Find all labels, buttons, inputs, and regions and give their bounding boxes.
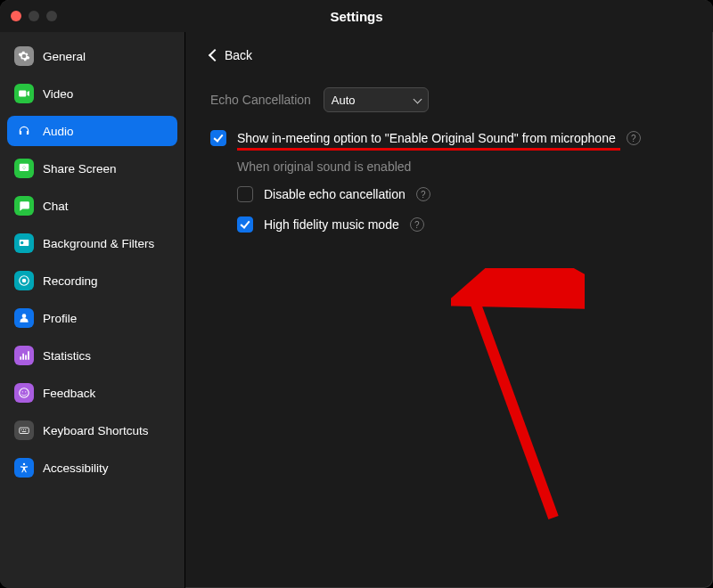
titlebar: Settings: [0, 0, 713, 32]
disable-echo-row: Disable echo cancellation ?: [237, 186, 688, 202]
svg-point-10: [25, 429, 26, 430]
sidebar-item-statistics[interactable]: Statistics: [7, 340, 177, 371]
svg-point-5: [22, 391, 23, 392]
headphones-icon: [14, 121, 34, 141]
share-icon: [14, 159, 34, 178]
echo-cancellation-dropdown[interactable]: Auto: [324, 87, 429, 112]
sidebar-item-label: Keyboard Shortcuts: [43, 424, 149, 437]
sidebar-item-label: Audio: [43, 125, 74, 138]
high-fidelity-row: High fidelity music mode ?: [237, 216, 688, 233]
back-label: Back: [225, 48, 252, 62]
sidebar-item-label: Share Screen: [43, 162, 117, 176]
profile-icon: [14, 308, 34, 328]
svg-rect-11: [22, 431, 27, 432]
feedback-icon: [14, 383, 34, 403]
annotation-arrow: [451, 268, 585, 535]
back-button[interactable]: Back: [210, 48, 688, 62]
chevron-down-icon: [413, 94, 422, 103]
close-window-button[interactable]: [11, 11, 21, 21]
video-icon: [14, 84, 34, 103]
svg-point-4: [20, 388, 29, 398]
sidebar-item-label: General: [43, 50, 86, 63]
minimize-window-button[interactable]: [29, 11, 39, 21]
sidebar-item-recording[interactable]: Recording: [7, 265, 177, 296]
original-sound-row: Show in-meeting option to "Enable Origin…: [210, 130, 688, 146]
window-title: Settings: [330, 9, 382, 24]
accessibility-icon: [14, 458, 34, 478]
svg-rect-7: [20, 428, 29, 433]
sidebar-item-chat[interactable]: Chat: [7, 191, 177, 221]
echo-cancellation-value: Auto: [332, 94, 356, 107]
chevron-left-icon: [209, 49, 221, 61]
help-icon[interactable]: ?: [416, 187, 430, 201]
sidebar-item-share-screen[interactable]: Share Screen: [7, 153, 177, 184]
svg-point-3: [22, 314, 27, 318]
sidebar-item-label: Statistics: [43, 349, 91, 363]
echo-cancellation-row: Echo Cancellation Auto: [210, 87, 688, 112]
sidebar-item-label: Chat: [43, 200, 69, 213]
stats-icon: [14, 346, 34, 365]
svg-point-9: [23, 429, 24, 430]
svg-point-12: [23, 463, 25, 465]
sidebar-item-general[interactable]: General: [7, 41, 177, 71]
content-pane: Back Echo Cancellation Auto Show in-meet…: [185, 32, 713, 588]
maximize-window-button[interactable]: [46, 11, 57, 21]
sidebar-item-label: Profile: [43, 312, 77, 325]
keyboard-icon: [14, 421, 34, 440]
svg-point-2: [22, 279, 27, 283]
sidebar-item-label: Background & Filters: [43, 237, 154, 250]
sidebar-item-feedback[interactable]: Feedback: [7, 378, 177, 408]
original-sound-subheading: When original sound is enabled: [237, 159, 688, 174]
chat-icon: [14, 196, 34, 216]
sidebar-item-label: Recording: [43, 274, 98, 288]
high-fidelity-checkbox[interactable]: [237, 216, 253, 233]
help-icon[interactable]: ?: [410, 217, 424, 232]
gear-icon: [14, 46, 34, 66]
sidebar-item-profile[interactable]: Profile: [7, 303, 177, 333]
sidebar-item-background-filters[interactable]: Background & Filters: [7, 228, 177, 258]
svg-point-6: [25, 391, 26, 392]
svg-point-8: [21, 429, 22, 430]
sidebar-item-keyboard-shortcuts[interactable]: Keyboard Shortcuts: [7, 415, 177, 445]
sidebar-item-accessibility[interactable]: Accessibility: [7, 453, 177, 483]
settings-window: Settings GeneralVideoAudioShare ScreenCh…: [0, 0, 713, 588]
sidebar-item-label: Feedback: [43, 387, 95, 400]
sidebar-item-label: Accessibility: [43, 461, 109, 475]
help-icon[interactable]: ?: [627, 131, 641, 145]
disable-echo-label: Disable echo cancellation: [264, 187, 406, 201]
sidebar: GeneralVideoAudioShare ScreenChatBackgro…: [0, 32, 185, 588]
original-sound-label: Show in-meeting option to "Enable Origin…: [237, 131, 616, 145]
record-icon: [14, 271, 34, 290]
sidebar-item-audio[interactable]: Audio: [7, 116, 177, 146]
svg-line-13: [472, 295, 553, 518]
annotation-underline: [237, 148, 620, 151]
echo-cancellation-label: Echo Cancellation: [210, 93, 311, 107]
high-fidelity-label: High fidelity music mode: [264, 217, 399, 232]
disable-echo-checkbox[interactable]: [237, 186, 253, 202]
filters-icon: [14, 233, 34, 253]
window-body: GeneralVideoAudioShare ScreenChatBackgro…: [0, 32, 713, 588]
original-sound-checkbox[interactable]: [210, 130, 226, 146]
window-controls: [11, 0, 57, 32]
sidebar-item-label: Video: [43, 87, 73, 101]
sidebar-item-video[interactable]: Video: [7, 78, 177, 109]
